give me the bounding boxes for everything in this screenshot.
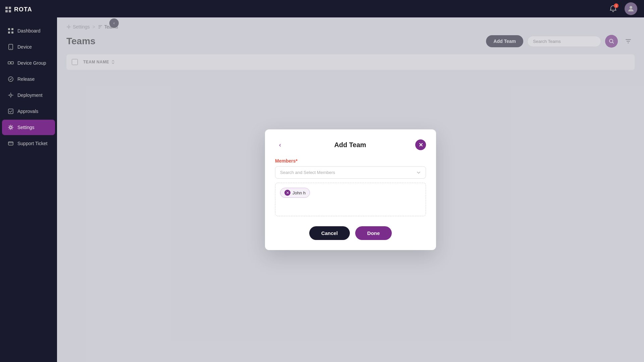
svg-rect-0 (8, 28, 10, 30)
dialog-back-button[interactable]: ‹ (275, 140, 285, 150)
sidebar-item-label: Support Ticket (17, 141, 48, 146)
members-label: Members* (275, 158, 426, 164)
svg-point-11 (10, 126, 12, 128)
done-button[interactable]: Done (355, 226, 392, 240)
sidebar-item-deployment[interactable]: Deployment (2, 87, 55, 103)
svg-rect-6 (8, 62, 10, 64)
sidebar: ROTA Dashboard Device Device Group Relea… (0, 0, 57, 362)
svg-point-13 (630, 6, 632, 9)
cancel-button[interactable]: Cancel (309, 226, 350, 240)
dialog-actions: Cancel Done (275, 226, 426, 240)
dialog-close-button[interactable]: ✕ (415, 139, 426, 150)
sidebar-item-dashboard[interactable]: Dashboard (2, 23, 55, 39)
svg-rect-1 (11, 28, 13, 30)
settings-icon (7, 124, 14, 131)
svg-point-5 (10, 48, 11, 49)
support-ticket-icon (7, 140, 14, 147)
sidebar-item-support-ticket[interactable]: Support Ticket (2, 136, 55, 151)
member-tag: ✕ John h (280, 188, 310, 198)
sidebar-item-device-group[interactable]: Device Group (2, 55, 55, 71)
remove-member-button[interactable]: ✕ (284, 190, 290, 196)
svg-rect-10 (8, 109, 13, 114)
member-name: John h (292, 190, 306, 195)
logo-icon (5, 7, 11, 13)
selected-members-box: ✕ John h (275, 183, 426, 216)
svg-rect-12 (8, 142, 13, 145)
dialog-title: Add Team (285, 141, 415, 149)
device-icon (7, 44, 14, 50)
deployment-icon (7, 92, 14, 99)
sidebar-item-label: Device (17, 44, 32, 50)
sidebar-item-approvals[interactable]: Approvals (2, 104, 55, 119)
svg-rect-3 (11, 32, 13, 34)
sidebar-item-label: Release (17, 76, 35, 82)
members-form-group: Members* Search and Select Members ✕ Joh… (275, 158, 426, 216)
notification-button[interactable]: 1 (607, 3, 619, 15)
device-group-icon (7, 60, 14, 66)
sidebar-item-settings[interactable]: Settings (2, 120, 55, 135)
add-team-dialog: ‹ Add Team ✕ Members* Search and Select … (265, 129, 436, 250)
release-icon (7, 76, 14, 82)
app-title: ROTA (14, 6, 32, 13)
user-avatar[interactable] (625, 2, 637, 15)
modal-overlay: ‹ Add Team ✕ Members* Search and Select … (57, 17, 644, 362)
sidebar-item-label: Dashboard (17, 28, 41, 34)
sidebar-item-device[interactable]: Device (2, 39, 55, 55)
sidebar-item-label: Settings (17, 125, 35, 130)
sidebar-header: ROTA (0, 0, 57, 19)
svg-rect-7 (11, 62, 13, 64)
svg-point-9 (10, 94, 12, 96)
members-placeholder: Search and Select Members (280, 170, 335, 175)
page-content: Settings > Teams Teams Add Team (57, 17, 644, 362)
sidebar-item-label: Deployment (17, 93, 43, 98)
svg-rect-2 (8, 32, 10, 34)
members-dropdown[interactable]: Search and Select Members (275, 166, 426, 179)
sidebar-item-label: Device Group (17, 60, 46, 66)
sidebar-item-release[interactable]: Release (2, 71, 55, 87)
main-content: 1 ‹ Settings > Teams Teams Add Team (57, 0, 644, 362)
sidebar-item-label: Approvals (17, 109, 38, 114)
notification-badge: 1 (614, 3, 619, 8)
approvals-icon (7, 108, 14, 115)
topbar: 1 (57, 0, 644, 17)
dialog-header: ‹ Add Team ✕ (275, 139, 426, 150)
dashboard-icon (7, 27, 14, 34)
sidebar-nav: Dashboard Device Device Group Release De… (0, 22, 57, 152)
